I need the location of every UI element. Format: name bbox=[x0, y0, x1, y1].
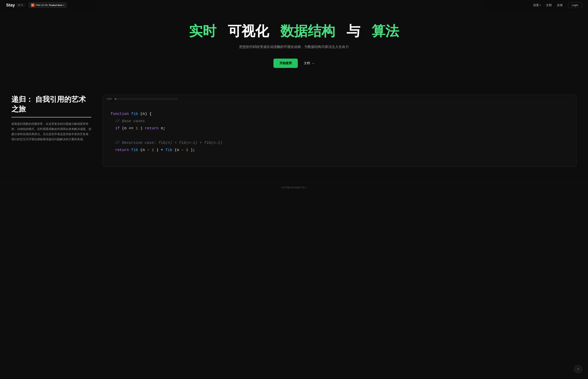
slide-dot-3[interactable] bbox=[120, 98, 122, 100]
docs-nav-item[interactable]: 文档 bbox=[546, 3, 552, 7]
code-line-2: // Base cases bbox=[111, 118, 569, 125]
code-return-keyword-1: return bbox=[145, 126, 159, 130]
scroll-top-button[interactable]: ↑ bbox=[574, 365, 582, 373]
hero-section: 实时 可视化 数据结构 与 算法 把您的代码转变成生动流畅的可视化动画，为数据结… bbox=[0, 0, 588, 83]
hero-actions: 开始使用 文档 → bbox=[273, 59, 315, 68]
slide-dot-10[interactable] bbox=[139, 98, 141, 100]
code-if-keyword: if bbox=[111, 126, 120, 130]
slide-dot-8[interactable] bbox=[133, 98, 135, 100]
code-body: function fib (n) { // Base cases if (n <… bbox=[103, 103, 576, 162]
slide-dot-15[interactable] bbox=[152, 98, 154, 100]
code-line-1: function fib (n) { bbox=[111, 111, 569, 117]
icp-text: 沪ICP备2024088971号-1 bbox=[281, 186, 307, 189]
docs-button[interactable]: 文档 → bbox=[304, 61, 315, 65]
section-left: 递归： 自我引用的艺术之旅 探索递归函数的优雅世界，在这里复杂的问题被分解成更简… bbox=[11, 95, 91, 142]
slide-dot-4[interactable] bbox=[123, 98, 125, 100]
slide-dot-5[interactable] bbox=[125, 98, 127, 100]
hero-title-part2: 可视化 bbox=[228, 23, 269, 39]
slide-dot-7[interactable] bbox=[130, 98, 132, 100]
navbar-right: 设置 ▾ 文档 反馈 LogIn bbox=[533, 2, 582, 8]
code-comment-1: // Base cases bbox=[111, 119, 145, 123]
slide-dot-13[interactable] bbox=[146, 98, 148, 100]
code-card: 1/24 function fib (n) { // Base cases if… bbox=[103, 95, 577, 167]
hero-title-part3: 数据结构 bbox=[280, 23, 335, 39]
code-line-3: if (n <= 1 ) return n; bbox=[111, 125, 569, 132]
slide-dot-6[interactable] bbox=[128, 98, 130, 100]
hero-title-part5: 算法 bbox=[372, 23, 399, 39]
navbar-left: Stay BETA P FIND US ON Product Hunt ▾ bbox=[6, 2, 67, 8]
product-hunt-label: FIND US ON Product Hunt bbox=[36, 4, 62, 6]
start-button[interactable]: 开始使用 bbox=[273, 59, 298, 68]
code-keyword-function: function bbox=[111, 112, 129, 116]
slide-dot-24[interactable] bbox=[176, 98, 178, 100]
slide-dot-14[interactable] bbox=[149, 98, 151, 100]
code-number-3: 2 bbox=[186, 148, 188, 152]
slide-dot-11[interactable] bbox=[141, 98, 143, 100]
section-description: 探索递归函数的优雅世界，在这里复杂的问题被分解成更简单的、自相似的模式。实时观看… bbox=[11, 121, 91, 142]
code-line-6: return fib (n - 1 ) + fib (n - 2 ); bbox=[111, 147, 569, 153]
section-title: 递归： 自我引用的艺术之旅 bbox=[11, 95, 91, 117]
code-return-keyword-2: return bbox=[111, 148, 129, 152]
docs-arrow-icon: → bbox=[312, 62, 315, 65]
dots-container bbox=[114, 98, 572, 100]
slide-dot-16[interactable] bbox=[155, 98, 157, 100]
settings-label: 设置 bbox=[533, 3, 539, 7]
section-right: 1/24 function fib (n) { // Base cases if… bbox=[103, 95, 577, 167]
brand: Stay BETA bbox=[6, 3, 25, 8]
code-number-2: 1 bbox=[152, 148, 154, 152]
slide-dot-19[interactable] bbox=[162, 98, 164, 100]
slide-dot-21[interactable] bbox=[168, 98, 170, 100]
brand-name: Stay bbox=[6, 3, 15, 8]
code-number-1: 1 bbox=[136, 126, 138, 130]
hero-title: 实时 可视化 数据结构 与 算法 bbox=[189, 23, 399, 39]
settings-nav-item[interactable]: 设置 ▾ bbox=[533, 3, 540, 7]
beta-badge: BETA bbox=[16, 4, 25, 7]
code-fib-call-2: fib bbox=[165, 148, 172, 152]
slide-dot-23[interactable] bbox=[173, 98, 175, 100]
product-hunt-name: Product Hunt bbox=[49, 4, 63, 6]
settings-chevron-icon: ▾ bbox=[540, 4, 540, 6]
scroll-top-icon: ↑ bbox=[577, 367, 579, 371]
product-hunt-logo: P bbox=[31, 3, 34, 7]
code-function-name: fib bbox=[131, 112, 138, 116]
code-comment-2: // Recursive case: fib(n) = fib(n-1) + f… bbox=[111, 141, 222, 145]
docs-label: 文档 bbox=[546, 3, 552, 7]
docs-button-label: 文档 bbox=[304, 61, 310, 65]
slide-dot-20[interactable] bbox=[165, 98, 167, 100]
code-line-4 bbox=[111, 132, 569, 139]
code-card-header: 1/24 bbox=[103, 95, 576, 103]
login-button[interactable]: LogIn bbox=[568, 2, 582, 8]
slide-counter: 1/24 bbox=[107, 97, 111, 100]
chevron-down-icon: ▾ bbox=[63, 4, 64, 6]
hero-subtitle: 把您的代码转变成生动流畅的可视化动画，为数据结构与算法注入生命力 bbox=[239, 45, 349, 49]
hero-title-part4: 与 bbox=[347, 23, 360, 39]
find-us-text: FIND US ON bbox=[36, 4, 48, 6]
hero-title-part1: 实时 bbox=[189, 23, 216, 39]
code-line-5: // Recursive case: fib(n) = fib(n-1) + f… bbox=[111, 140, 569, 146]
slide-dot-2[interactable] bbox=[117, 98, 119, 100]
feedback-nav-item[interactable]: 反馈 bbox=[557, 3, 563, 7]
feedback-label: 反馈 bbox=[557, 3, 563, 7]
main-section: 递归： 自我引用的艺术之旅 探索递归函数的优雅世界，在这里复杂的问题被分解成更简… bbox=[0, 83, 588, 182]
slide-dot-17[interactable] bbox=[157, 98, 159, 100]
footer: 沪ICP备2024088971号-1 bbox=[0, 182, 588, 193]
navbar: Stay BETA P FIND US ON Product Hunt ▾ 设置… bbox=[0, 0, 588, 10]
slide-dot-9[interactable] bbox=[136, 98, 138, 100]
slide-dot-12[interactable] bbox=[144, 98, 146, 100]
slide-dot-1[interactable] bbox=[114, 98, 116, 100]
slide-dot-22[interactable] bbox=[171, 98, 172, 100]
product-hunt-button[interactable]: P FIND US ON Product Hunt ▾ bbox=[29, 2, 67, 8]
slide-dot-18[interactable] bbox=[160, 98, 162, 100]
code-fib-call-1: fib bbox=[131, 148, 138, 152]
